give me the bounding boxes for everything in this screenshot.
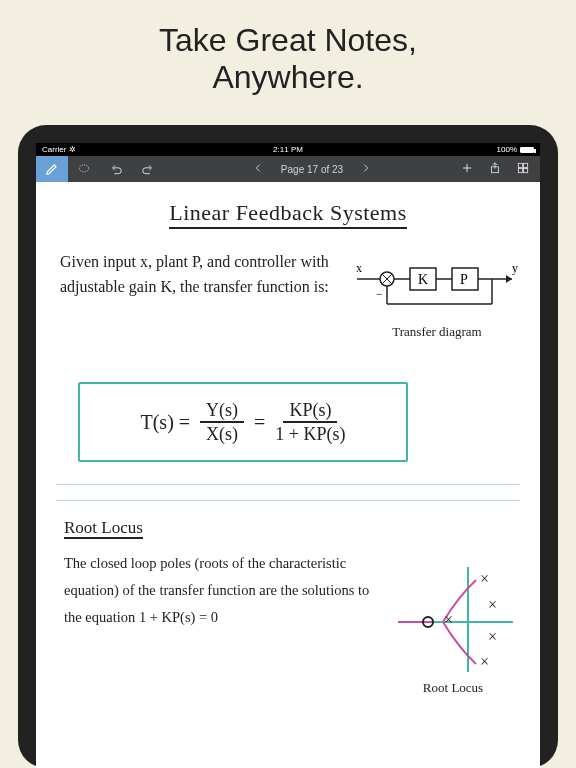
add-button[interactable] (460, 161, 474, 177)
share-button[interactable] (488, 161, 502, 177)
root-locus-diagram: × × × × × Root Locus (388, 562, 518, 696)
svg-point-0 (79, 165, 88, 172)
wifi-icon: ✲ (69, 145, 76, 154)
app-toolbar: Page 17 of 23 (36, 156, 540, 182)
grid-icon (516, 161, 530, 175)
plus-icon (460, 161, 474, 175)
device-screen: Carrier ✲ 2:11 PM 100% (36, 143, 540, 768)
status-bar: Carrier ✲ 2:11 PM 100% (36, 143, 540, 156)
transfer-diagram-svg: x K P y − (352, 254, 522, 314)
svg-rect-2 (518, 163, 522, 167)
svg-text:x: x (356, 261, 362, 275)
share-icon (488, 161, 502, 175)
redo-icon (141, 162, 155, 176)
svg-text:×: × (480, 570, 489, 587)
lasso-icon (77, 162, 91, 176)
redo-button[interactable] (132, 156, 164, 182)
prev-page-button[interactable] (251, 161, 265, 177)
page-indicator: Page 17 of 23 (281, 164, 343, 175)
svg-text:K: K (418, 272, 428, 287)
svg-rect-4 (518, 169, 522, 173)
root-locus-body: The closed loop poles (roots of the char… (64, 550, 384, 630)
grid-view-button[interactable] (516, 161, 530, 177)
next-page-button[interactable] (359, 161, 373, 177)
svg-text:×: × (444, 611, 453, 628)
transfer-diagram: x K P y − T (352, 254, 522, 340)
transfer-equation: T(s) = Y(s) X(s) = KP(s) 1 + KP(s) (78, 382, 408, 462)
note-title: Linear Feedback Systems (36, 200, 540, 226)
svg-rect-3 (524, 163, 528, 167)
undo-button[interactable] (100, 156, 132, 182)
promo-headline-line2: Anywhere. (0, 59, 576, 96)
status-time: 2:11 PM (206, 145, 370, 154)
promo-headline-line1: Take Great Notes, (0, 22, 576, 59)
pen-icon (45, 162, 59, 176)
battery-icon (520, 147, 534, 153)
arrow-right-icon (359, 161, 373, 175)
svg-text:y: y (512, 261, 518, 275)
root-locus-caption: Root Locus (388, 680, 518, 696)
diagram-caption: Transfer diagram (352, 324, 522, 340)
note-intro-text: Given input x, plant P, and controller w… (60, 250, 330, 300)
svg-text:×: × (488, 596, 497, 613)
status-battery-text: 100% (497, 145, 517, 154)
promo-headline: Take Great Notes, Anywhere. (0, 0, 576, 96)
svg-text:−: − (376, 287, 383, 301)
rule-line (56, 500, 520, 501)
rule-line (56, 484, 520, 485)
arrow-left-icon (251, 161, 265, 175)
svg-text:×: × (488, 628, 497, 645)
svg-rect-5 (524, 169, 528, 173)
pen-tool-button[interactable] (36, 156, 68, 182)
tablet-frame: Carrier ✲ 2:11 PM 100% (18, 125, 558, 768)
undo-icon (109, 162, 123, 176)
root-locus-svg: × × × × × (388, 562, 518, 672)
lasso-tool-button[interactable] (68, 156, 100, 182)
svg-text:×: × (480, 653, 489, 670)
root-locus-heading: Root Locus (64, 518, 143, 538)
status-carrier: Carrier ✲ (42, 145, 206, 154)
svg-marker-18 (506, 275, 512, 283)
svg-text:P: P (460, 272, 468, 287)
note-canvas[interactable]: Linear Feedback Systems Given input x, p… (36, 182, 540, 768)
